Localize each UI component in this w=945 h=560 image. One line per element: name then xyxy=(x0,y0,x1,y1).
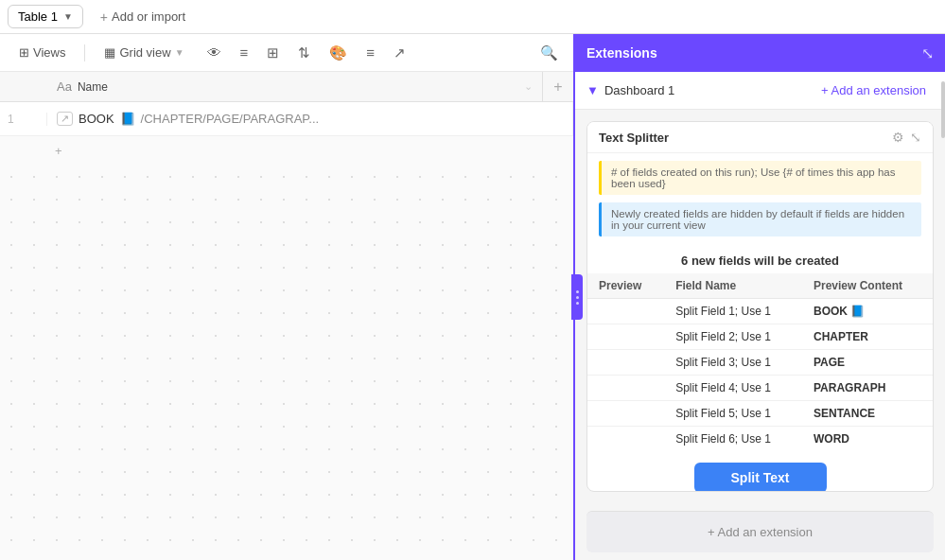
preview-content-cell: BOOK 📘 xyxy=(802,299,933,324)
table-tab-chevron: ▼ xyxy=(63,11,73,22)
add-import-plus-icon: + xyxy=(100,9,108,25)
add-column-button[interactable]: + xyxy=(543,79,573,96)
hide-fields-icon[interactable]: 👁 xyxy=(203,41,225,64)
toolbar-divider-1 xyxy=(84,44,85,61)
dashboard-chevron-icon: ▼ xyxy=(586,83,599,97)
table-panel: ⊞ Views ▦ Grid view ▼ 👁 ≡ ⊞ ⇅ 🎨 ≡ ↗ 🔍 xyxy=(0,34,575,560)
preview-col-cell xyxy=(587,427,664,452)
preview-table: Preview Field Name Preview Content Split… xyxy=(587,273,933,451)
row-height-icon[interactable]: ≡ xyxy=(362,41,378,64)
main-layout: ⊞ Views ▦ Grid view ▼ 👁 ≡ ⊞ ⇅ 🎨 ≡ ↗ 🔍 xyxy=(0,34,945,560)
col-field-name-header: Field Name xyxy=(664,273,802,299)
preview-col-cell xyxy=(587,299,664,324)
empty-table-area xyxy=(0,166,573,544)
views-label: Views xyxy=(33,45,65,60)
add-row-icon: + xyxy=(55,144,62,158)
grid-view-label: Grid view xyxy=(119,45,170,60)
search-icon[interactable]: 🔍 xyxy=(536,41,562,65)
views-icon: ⊞ xyxy=(19,45,29,60)
preview-table-body: Split Field 1; Use 1BOOK 📘Split Field 2;… xyxy=(587,299,933,452)
splitter-title-area: Text Splitter xyxy=(599,131,669,145)
splitter-settings-icon[interactable]: ⚙ xyxy=(892,130,904,145)
preview-col-cell xyxy=(587,350,664,376)
field-name-cell: Split Field 5; Use 1 xyxy=(664,401,802,427)
preview-table-row: Split Field 6; Use 1WORD xyxy=(587,427,933,452)
col-preview-content-header: Preview Content xyxy=(802,273,933,299)
panel-collapse-handle[interactable] xyxy=(571,274,583,320)
field-name-cell: Split Field 4; Use 1 xyxy=(664,376,802,401)
extensions-header-icons: ⤡ xyxy=(921,44,934,62)
color-icon[interactable]: 🎨 xyxy=(325,41,351,65)
created-fields-text: 6 new fields will be created xyxy=(681,254,839,268)
preview-table-row: Split Field 1; Use 1BOOK 📘 xyxy=(587,299,933,324)
grid-view-button[interactable]: ▦ Grid view ▼ xyxy=(96,42,191,63)
grid-view-icon: ▦ xyxy=(104,45,115,60)
splitter-expand-icon[interactable]: ⤡ xyxy=(910,130,921,145)
info-banner-1: # of fields created on this run); Use {#… xyxy=(599,161,921,195)
cell-value-book: BOOK xyxy=(79,112,114,126)
group-icon[interactable]: ⊞ xyxy=(263,41,283,65)
table-row[interactable]: 1 ↗ BOOK 📘 /CHAPTER/PAGE/PARAGRAP... xyxy=(0,102,573,136)
info-banner-text-2: Newly created fields are hidden by defau… xyxy=(611,208,904,231)
split-text-button[interactable]: Split Text xyxy=(694,463,827,492)
info-banner-text-1: # of fields created on this run); Use {#… xyxy=(611,166,895,189)
field-name-cell: Split Field 1; Use 1 xyxy=(664,299,802,324)
col-header-actions: ⌄ xyxy=(524,80,533,93)
add-extension-header-button[interactable]: + Add an extension xyxy=(814,79,934,101)
preview-table-header-row: Preview Field Name Preview Content xyxy=(587,273,933,299)
col-name-label: Name xyxy=(78,80,108,94)
preview-table-row: Split Field 5; Use 1SENTANCE xyxy=(587,401,933,427)
preview-col-cell xyxy=(587,376,664,401)
splitter-title-text: Text Splitter xyxy=(599,131,669,145)
extensions-expand-button[interactable]: ⤡ xyxy=(921,44,934,62)
preview-table-row: Split Field 3; Use 1PAGE xyxy=(587,350,933,376)
preview-table-head: Preview Field Name Preview Content xyxy=(587,273,933,299)
preview-content-cell: PARAGRAPH xyxy=(802,376,933,401)
preview-content-cell: CHAPTER xyxy=(802,324,933,350)
collapse-dot-3 xyxy=(576,302,579,305)
field-name-cell: Split Field 6; Use 1 xyxy=(664,427,802,452)
export-icon[interactable]: ↗ xyxy=(390,41,410,65)
filter-icon[interactable]: ≡ xyxy=(236,41,253,64)
cell-emoji: 📘 xyxy=(120,112,135,126)
dashboard-label-area[interactable]: ▼ Dashboard 1 xyxy=(586,83,674,97)
preview-content-cell: PAGE xyxy=(802,350,933,376)
scrollbar-handle[interactable] xyxy=(941,81,945,138)
preview-col-cell xyxy=(587,401,664,427)
table-tab[interactable]: Table 1 ▼ xyxy=(8,5,83,28)
table-grid: Aa Name ⌄ + 1 ↗ BOOK 📘 /CHAPTER/PAGE/PAR… xyxy=(0,72,573,560)
top-bar: Table 1 ▼ + Add or import xyxy=(0,0,945,34)
add-extension-bottom-label: + Add an extension xyxy=(708,525,813,539)
add-extension-bottom-button[interactable]: + Add an extension xyxy=(586,511,934,552)
created-fields-header: 6 new fields will be created xyxy=(587,244,933,273)
views-button[interactable]: ⊞ Views xyxy=(11,42,73,63)
sort-icon[interactable]: ⇅ xyxy=(294,41,314,65)
field-name-cell: Split Field 3; Use 1 xyxy=(664,350,802,376)
cell-value-path: /CHAPTER/PAGE/PARAGRAP... xyxy=(141,112,320,126)
row-number: 1 xyxy=(0,113,47,126)
extensions-title: Extensions xyxy=(586,45,657,61)
preview-table-row: Split Field 4; Use 1PARAGRAPH xyxy=(587,376,933,401)
toolbar: ⊞ Views ▦ Grid view ▼ 👁 ≡ ⊞ ⇅ 🎨 ≡ ↗ 🔍 xyxy=(0,34,573,72)
col-name-icon: Aa xyxy=(57,79,72,94)
collapse-dot-1 xyxy=(576,290,579,293)
row-cell-name[interactable]: ↗ BOOK 📘 /CHAPTER/PAGE/PARAGRAP... xyxy=(47,102,573,135)
table-tab-label: Table 1 xyxy=(18,9,58,24)
add-row-button[interactable]: + xyxy=(0,136,573,166)
splitter-card-icons: ⚙ ⤡ xyxy=(892,130,921,145)
preview-content-cell: WORD xyxy=(802,427,933,452)
collapse-dots xyxy=(576,290,579,305)
table-header-row: Aa Name ⌄ + xyxy=(0,72,573,102)
col-preview-header: Preview xyxy=(587,273,664,299)
grid-view-chevron: ▼ xyxy=(175,47,184,58)
add-import-button[interactable]: + Add or import xyxy=(91,6,195,28)
extensions-panel: Extensions ⤡ ▼ Dashboard 1 + Add an exte… xyxy=(575,34,945,560)
cell-expand-icon[interactable]: ↗ xyxy=(57,112,73,126)
splitter-card-header: Text Splitter ⚙ ⤡ xyxy=(587,122,933,153)
extensions-header: Extensions ⤡ xyxy=(575,34,945,72)
add-import-label: Add or import xyxy=(112,9,185,24)
preview-col-cell xyxy=(587,324,664,350)
split-button-area: Split Text 10 uses left xyxy=(587,451,933,492)
col-header-name[interactable]: Aa Name ⌄ xyxy=(47,72,543,101)
info-banner-2: Newly created fields are hidden by defau… xyxy=(599,202,921,236)
